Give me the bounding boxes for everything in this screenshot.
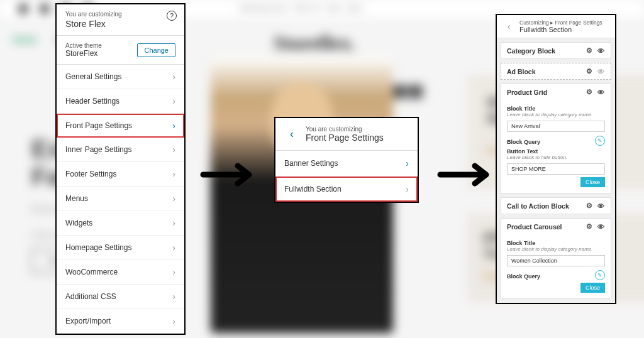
chevron-right-icon: ›: [172, 292, 175, 302]
menu-item-label: WooCommerce: [65, 268, 118, 276]
close-button[interactable]: Close: [580, 177, 605, 187]
product-carousel-header[interactable]: Product Carousel ⚙ 👁: [501, 219, 611, 234]
bg-opening-hours: Opening hours · Mon Fri · 8am - 8pm: [239, 4, 363, 13]
active-theme-row: Active theme StoreFlex Change: [57, 36, 184, 65]
ad-block[interactable]: Ad Block ⚙ 👁: [501, 63, 611, 80]
panel2-header: ‹ You are customizing Front Page Setting…: [275, 118, 418, 151]
block-title-label: Block Title: [507, 106, 605, 112]
gear-icon[interactable]: ⚙: [585, 202, 593, 210]
chevron-right-icon: ›: [172, 144, 175, 155]
edit-icon[interactable]: ✎: [595, 136, 605, 146]
menu-item-label: Widgets: [65, 219, 92, 227]
chevron-right-icon: ›: [172, 267, 175, 277]
chevron-right-icon: ›: [172, 243, 175, 253]
menu-item-label: Header Settings: [65, 97, 119, 106]
button-text-hint: Leave blank to hide button.: [507, 155, 605, 160]
product-grid-header[interactable]: Product Grid ⚙ 👁: [501, 84, 611, 100]
menu-item-label: Footer Settings: [65, 170, 116, 178]
product-grid-block: Product Grid ⚙ 👁 Block Title Leave blank…: [501, 84, 611, 194]
chevron-right-icon: ›: [172, 96, 175, 106]
back-button[interactable]: ‹: [503, 21, 514, 32]
fullwidth-section-panel: ‹ Customizing ▸ Front Page Settings Full…: [496, 14, 616, 304]
chevron-right-icon: ›: [172, 194, 175, 204]
block-title-input[interactable]: [507, 255, 605, 266]
block-title-input[interactable]: [507, 121, 605, 132]
eye-icon[interactable]: 👁: [597, 46, 605, 55]
chevron-right-icon: ›: [406, 158, 409, 168]
edit-icon[interactable]: ✎: [595, 270, 605, 280]
bg-logo: Storeflex.: [274, 31, 355, 55]
button-text-label: Button Text: [507, 148, 605, 155]
gear-icon[interactable]: ⚙: [585, 46, 593, 55]
menu-footer-settings[interactable]: Footer Settings ›: [57, 162, 184, 187]
menu-item-label: Banner Settings: [284, 159, 338, 168]
eye-icon[interactable]: 👁: [597, 88, 605, 96]
panel1-header: You are customizing Store Flex ?: [57, 4, 184, 36]
panel3-title: Fullwidth Section: [519, 26, 602, 33]
menu-item-label: Fullwidth Section: [284, 185, 341, 194]
menu-item-label: Homepage Settings: [65, 243, 131, 252]
menu-item-label: Inner Page Settings: [65, 145, 131, 154]
eye-off-icon[interactable]: 👁: [597, 67, 605, 75]
category-block[interactable]: Category Block ⚙ 👁: [501, 42, 611, 59]
menu-item-label: Export/Import: [65, 317, 111, 325]
panel2-subtitle: You are customizing: [306, 126, 384, 133]
panel1-subtitle: You are customizing: [65, 11, 175, 18]
menu-menus[interactable]: Menus ›: [57, 187, 184, 211]
block-name: Call to Action Block: [507, 202, 569, 210]
menu-additional-css[interactable]: Additional CSS ›: [57, 285, 184, 309]
chevron-right-icon: ›: [172, 121, 175, 131]
block-title-hint: Leave blank to display category name.: [507, 246, 605, 252]
menu-general-settings[interactable]: General Settings ›: [57, 65, 184, 89]
gear-icon[interactable]: ⚙: [585, 88, 593, 96]
customizer-main-panel: You are customizing Store Flex ? Active …: [55, 3, 186, 335]
product-carousel-block: Product Carousel ⚙ 👁 Block Title Leave b…: [501, 218, 611, 299]
menu-banner-settings[interactable]: Banner Settings ›: [275, 151, 418, 177]
block-title-hint: Leave blank to display category name.: [507, 112, 605, 117]
menu-item-label: Additional CSS: [65, 292, 116, 301]
eye-icon[interactable]: 👁: [597, 222, 605, 231]
menu-homepage-settings[interactable]: Homepage Settings ›: [57, 236, 184, 260]
panel1-title: Store Flex: [65, 19, 175, 29]
back-button[interactable]: ‹: [284, 127, 299, 142]
panel3-breadcrumb: Customizing ▸ Front Page Settings: [519, 19, 602, 26]
block-query-label: Block Query: [507, 273, 540, 280]
eye-icon[interactable]: 👁: [597, 202, 605, 210]
active-theme-label: Active theme: [65, 42, 102, 49]
active-theme-name: StoreFlex: [65, 49, 102, 58]
panel3-header: ‹ Customizing ▸ Front Page Settings Full…: [497, 15, 615, 38]
menu-header-settings[interactable]: Header Settings ›: [57, 89, 184, 114]
block-name: Product Carousel: [507, 223, 562, 231]
front-page-settings-panel: ‹ You are customizing Front Page Setting…: [274, 117, 419, 203]
menu-woocommerce[interactable]: WooCommerce ›: [57, 260, 184, 285]
menu-fullwidth-section[interactable]: Fullwidth Section ›: [275, 177, 418, 202]
block-name: Category Block: [507, 47, 555, 55]
menu-inner-page-settings[interactable]: Inner Page Settings ›: [57, 138, 184, 162]
menu-item-label: Front Page Settings: [65, 121, 132, 130]
close-button[interactable]: Close: [580, 283, 605, 293]
gear-icon[interactable]: ⚙: [585, 222, 593, 231]
flow-arrow-1: [200, 161, 260, 192]
button-text-input[interactable]: [507, 163, 605, 175]
block-title-label: Block Title: [507, 240, 605, 246]
cta-block[interactable]: Call to Action Block ⚙ 👁: [501, 197, 611, 214]
menu-export-import[interactable]: Export/Import ›: [57, 309, 184, 334]
block-query-label: Block Query: [507, 139, 540, 145]
chevron-right-icon: ›: [172, 72, 175, 82]
panel2-title: Front Page Settings: [306, 133, 384, 143]
menu-front-page-settings[interactable]: Front Page Settings ›: [57, 114, 184, 138]
change-theme-button[interactable]: Change: [137, 43, 175, 57]
chevron-right-icon: ›: [406, 184, 409, 194]
chevron-right-icon: ›: [172, 316, 175, 326]
menu-widgets[interactable]: Widgets ›: [57, 211, 184, 236]
gear-icon[interactable]: ⚙: [585, 67, 593, 75]
menu-item-label: General Settings: [65, 72, 121, 81]
bg-slider-arrows: [393, 85, 423, 99]
menu-item-label: Menus: [65, 194, 88, 203]
flow-arrow-2: [437, 161, 497, 192]
chevron-right-icon: ›: [172, 218, 175, 228]
block-name: Ad Block: [507, 68, 536, 75]
chevron-right-icon: ›: [172, 169, 175, 179]
block-name: Product Grid: [507, 89, 547, 96]
help-icon[interactable]: ?: [167, 11, 177, 21]
